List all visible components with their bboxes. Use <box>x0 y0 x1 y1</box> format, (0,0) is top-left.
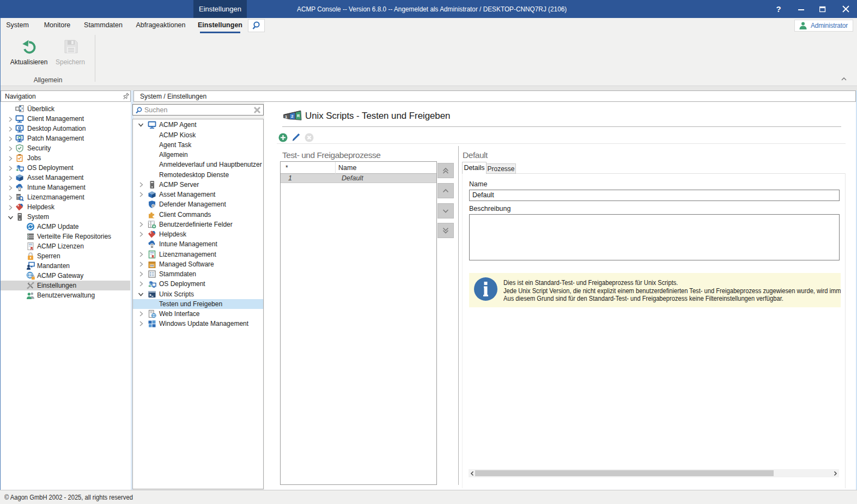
svg-text:R: R <box>297 114 300 118</box>
svg-text:2: 2 <box>291 114 293 119</box>
svg-text:1: 1 <box>285 114 287 119</box>
